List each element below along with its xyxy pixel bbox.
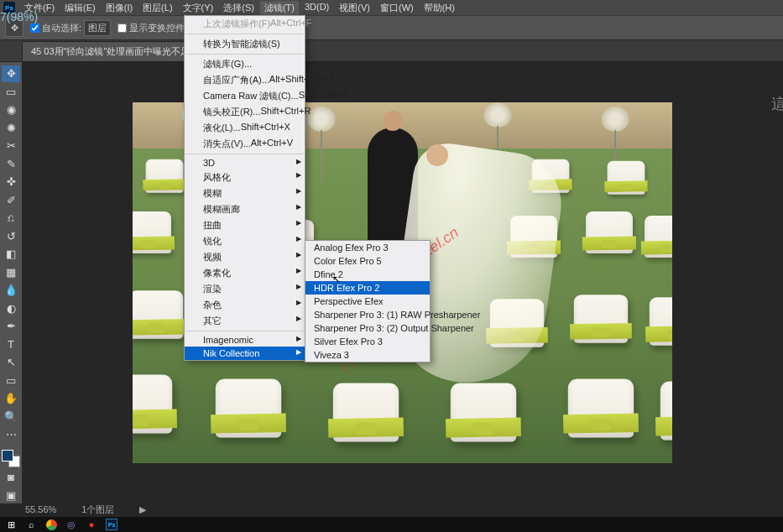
filter-camera-raw[interactable]: Camera Raw 滤镜(C)...Shift+Ctrl+A [185, 88, 305, 104]
nik-dfine[interactable]: Dfine 2 [305, 268, 430, 281]
path-select-tool[interactable]: ↖ [2, 354, 20, 371]
crop-tool[interactable]: ✂ [2, 138, 20, 154]
taskbar-chrome[interactable] [44, 518, 59, 531]
menu-view[interactable]: 视图(V) [335, 1, 374, 15]
spot-heal-tool[interactable]: ✜ [2, 174, 20, 190]
filter-other[interactable]: 其它 [185, 313, 305, 329]
lasso-tool[interactable]: ◉ [2, 102, 20, 118]
clone-stamp-tool[interactable]: ⎌ [2, 210, 20, 227]
auto-select-checkbox[interactable] [30, 23, 39, 33]
toolbox: ✥ ▭ ◉ ✺ ✂ ✎ ✜ ✐ ⎌ ↺ ◧ ▦ 💧 ◐ ✒ T ↖ ▭ ✋ 🔍 … [0, 62, 22, 503]
filter-last: 上次滤镜操作(F)Alt+Ctrl+F [185, 16, 305, 32]
eyedropper-tool[interactable]: ✎ [2, 156, 20, 173]
menu-type[interactable]: 文字(Y) [179, 1, 218, 15]
filter-vanishing-point[interactable]: 消失点(V)...Alt+Ctrl+V [185, 136, 305, 152]
dodge-tool[interactable]: ◐ [2, 300, 20, 317]
menu-edit[interactable]: 编辑(E) [60, 1, 100, 15]
gradient-tool[interactable]: ▦ [2, 264, 20, 281]
filter-sharpen[interactable]: 锐化 [185, 233, 305, 249]
nik-sharpener-output[interactable]: Sharpener Pro 3: (2) Output Sharpener [305, 321, 430, 335]
taskbar-app-rings[interactable]: ◎ [64, 518, 79, 531]
filter-imagenomic[interactable]: Imagenomic [185, 333, 305, 347]
watermark-percent: 7(98%) [0, 10, 38, 23]
nik-perspective-efex[interactable]: Perspective Efex [305, 295, 430, 308]
marquee-tool[interactable]: ▭ [2, 84, 20, 101]
status-arrow-icon[interactable]: ▶ [139, 504, 146, 515]
nik-viveza[interactable]: Viveza 3 [305, 348, 430, 362]
taskbar-photoshop[interactable]: Ps [104, 518, 119, 531]
hand-tool[interactable]: ✋ [2, 390, 20, 407]
edit-toolbar[interactable]: ⋯ [2, 426, 20, 443]
nik-analog-efex[interactable]: Analog Efex Pro 3 [305, 241, 430, 254]
nik-color-efex[interactable]: Color Efex Pro 5 [305, 254, 430, 268]
eraser-tool[interactable]: ◧ [2, 246, 20, 263]
filter-lens-correction[interactable]: 镜头校正(R)...Shift+Ctrl+R [185, 104, 305, 120]
options-bar: ✥ 自动选择: 图层 显示变换控件 ▯ ▯ ▯ ▭ ▭ ▭ ▦ ... [0, 15, 783, 40]
filter-distort[interactable]: 扭曲 [185, 217, 305, 233]
filter-render[interactable]: 渲染 [185, 281, 305, 297]
auto-select-label: 自动选择: [42, 22, 81, 34]
menu-window[interactable]: 窗口(W) [376, 1, 418, 15]
cursor-icon: ↖ [332, 274, 341, 285]
filter-blur-gallery[interactable]: 模糊画廊 [185, 201, 305, 217]
quick-select-tool[interactable]: ✺ [2, 120, 20, 137]
windows-taskbar: ⊞ ⌕ ◎ ● Ps [0, 517, 783, 532]
auto-select-option[interactable]: 自动选择: 图层 [30, 20, 111, 36]
transform-controls-option[interactable]: 显示变换控件 [117, 22, 185, 34]
menu-select[interactable]: 选择(S) [219, 1, 258, 15]
filter-smart[interactable]: 转换为智能滤镜(S) [185, 36, 305, 52]
transform-controls-checkbox[interactable] [117, 23, 127, 33]
layer-count[interactable]: 1个图层 [81, 503, 114, 516]
nik-collection-submenu: Analog Efex Pro 3 Color Efex Pro 5 Dfine… [305, 240, 431, 362]
menu-layer[interactable]: 图层(L) [138, 1, 176, 15]
zoom-level[interactable]: 55.56% [25, 504, 56, 514]
taskbar-recorder[interactable]: ● [84, 518, 99, 531]
history-brush-tool[interactable]: ↺ [2, 228, 20, 245]
menu-filter[interactable]: 滤镜(T) [260, 1, 299, 15]
move-tool[interactable]: ✥ [2, 65, 20, 82]
collapsed-panel-edge[interactable]: 這 [771, 94, 783, 114]
brush-tool[interactable]: ✐ [2, 192, 20, 209]
filter-stylize[interactable]: 风格化 [185, 170, 305, 185]
foreground-color[interactable] [2, 450, 13, 462]
transform-controls-label: 显示变换控件 [129, 22, 185, 34]
menu-3d[interactable]: 3D(D) [300, 1, 333, 15]
nik-silver-efex[interactable]: Silver Efex Pro 3 [305, 335, 430, 348]
filter-gallery[interactable]: 滤镜库(G)... [185, 56, 305, 72]
menu-help[interactable]: 帮助(H) [420, 1, 459, 15]
status-bar: 55.56% 1个图层 ▶ [0, 502, 783, 517]
menu-image[interactable]: 图像(I) [102, 1, 137, 15]
nik-hdr-efex[interactable]: HDR Efex Pro 2 [305, 281, 430, 295]
title-bar: Ps 文件(F) 编辑(E) 图像(I) 图层(L) 文字(Y) 选择(S) 滤… [0, 0, 783, 15]
filter-blur[interactable]: 模糊 [185, 185, 305, 201]
nik-sharpener-raw[interactable]: Sharpener Pro 3: (1) RAW Presharpener [305, 308, 430, 321]
shape-tool[interactable]: ▭ [2, 373, 20, 389]
start-button[interactable]: ⊞ [3, 518, 18, 531]
filter-liquify[interactable]: 液化(L)...Shift+Ctrl+X [185, 120, 305, 136]
pen-tool[interactable]: ✒ [2, 318, 20, 335]
zoom-tool[interactable]: 🔍 [2, 409, 20, 425]
filter-nik-collection[interactable]: Nik Collection [185, 347, 305, 360]
filter-3d[interactable]: 3D [185, 156, 305, 170]
screen-mode[interactable]: ▣ [2, 487, 20, 503]
filter-pixelate[interactable]: 像素化 [185, 265, 305, 281]
filter-video[interactable]: 视频 [185, 249, 305, 265]
filter-noise[interactable]: 杂色 [185, 297, 305, 313]
filter-menu-dropdown: 上次滤镜操作(F)Alt+Ctrl+F 转换为智能滤镜(S) 滤镜库(G)...… [184, 15, 305, 361]
document-tab-bar: 45 03用"径向滤镜"处理画面中曝光不足的地方.jpg @ 55 [0, 40, 783, 62]
type-tool[interactable]: T [2, 336, 20, 353]
color-swatches[interactable] [2, 450, 20, 467]
filter-wide-angle[interactable]: 自适应广角(A)...Alt+Shift+Ctrl+A [185, 72, 305, 88]
search-button[interactable]: ⌕ [23, 518, 39, 531]
menubar: 文件(F) 编辑(E) 图像(I) 图层(L) 文字(Y) 选择(S) 滤镜(T… [20, 1, 459, 15]
auto-select-dropdown[interactable]: 图层 [84, 20, 111, 36]
blur-tool[interactable]: 💧 [2, 282, 20, 299]
quick-mask[interactable]: ◙ [2, 469, 20, 486]
